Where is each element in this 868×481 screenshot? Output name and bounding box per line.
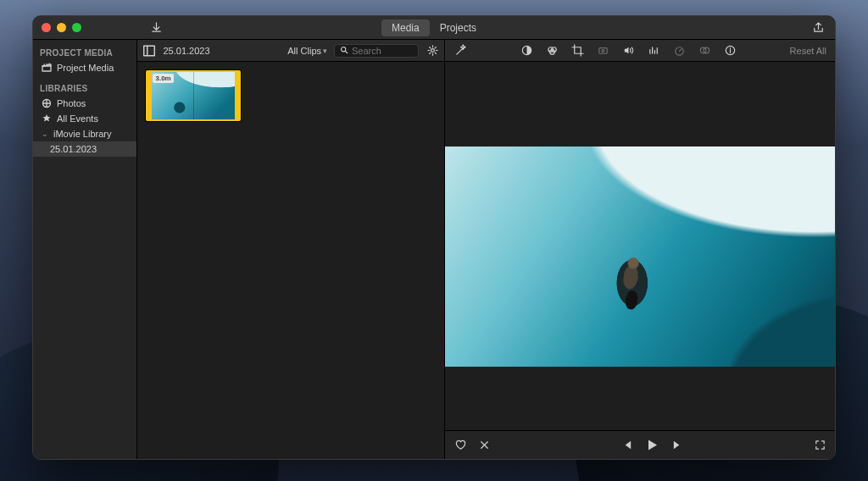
clip-in-handle[interactable]	[147, 72, 152, 119]
crop-icon[interactable]	[570, 44, 584, 58]
sidebar-heading-libraries: LIBRARIES	[33, 80, 136, 96]
video-clip[interactable]: 3.0m	[146, 70, 241, 121]
clip-filter-icon[interactable]	[698, 44, 711, 58]
import-icon[interactable]	[149, 21, 163, 35]
color-correction-icon[interactable]	[545, 44, 559, 58]
speed-icon[interactable]	[672, 44, 686, 58]
preview-frame[interactable]	[445, 147, 835, 367]
next-icon[interactable]	[670, 439, 684, 452]
svg-point-3	[342, 47, 346, 51]
sidebar-item-label: 25.01.2023	[50, 144, 97, 154]
sidebar-item-label: iMovie Library	[53, 129, 111, 139]
sidebar-item-label: Photos	[57, 98, 86, 108]
photos-icon	[42, 98, 52, 108]
sidebar-item-all-events[interactable]: All Events	[33, 111, 136, 126]
close-window-button[interactable]	[42, 23, 51, 32]
star-icon	[42, 113, 52, 124]
viewer-toolbar: Reset All	[445, 40, 835, 62]
clip-duration-badge: 3.0m	[153, 74, 173, 83]
sidebar-item-event[interactable]: 25.01.2023	[33, 141, 136, 157]
tab-projects[interactable]: Projects	[430, 19, 487, 36]
clip-filter-dropdown[interactable]: All Clips ▾	[287, 46, 327, 56]
sidebar-item-label: All Events	[57, 113, 98, 124]
sidebar-item-project-media[interactable]: Project Media	[33, 60, 136, 75]
top-tabs: Media Projects	[381, 19, 487, 36]
enhance-wand-icon[interactable]	[453, 44, 467, 58]
clapper-icon	[42, 63, 52, 73]
prev-icon[interactable]	[620, 439, 633, 452]
search-input[interactable]	[352, 46, 413, 56]
playback-controls	[620, 439, 684, 452]
browser-toolbar: 25.01.2023 All Clips ▾	[137, 40, 444, 62]
svg-rect-2	[144, 46, 155, 55]
svg-point-10	[602, 50, 604, 53]
svg-point-4	[431, 49, 434, 53]
reject-icon[interactable]	[477, 439, 491, 452]
tab-media[interactable]: Media	[381, 19, 430, 36]
search-icon	[340, 46, 348, 56]
titlebar: Media Projects	[33, 16, 835, 40]
clip-grid: 3.0m	[137, 62, 444, 459]
viewer-canvas	[445, 62, 835, 430]
media-browser: 25.01.2023 All Clips ▾	[137, 40, 445, 459]
updown-icon: ▾	[323, 47, 327, 55]
filter-label: All Clips	[287, 46, 321, 56]
favorite-icon[interactable]	[453, 439, 467, 452]
window-controls	[42, 23, 81, 32]
viewer-panel: Reset All	[445, 40, 835, 459]
chevron-down-icon: ⌄	[42, 130, 48, 138]
zoom-window-button[interactable]	[72, 23, 81, 32]
sidebar-heading-project-media: PROJECT MEDIA	[33, 45, 136, 60]
app-window: Media Projects PROJECT MEDIA Project Med…	[32, 15, 836, 460]
clip-out-handle[interactable]	[235, 72, 239, 119]
play-icon[interactable]	[645, 439, 659, 452]
noise-equalizer-icon[interactable]	[647, 44, 660, 58]
fullscreen-icon[interactable]	[813, 439, 826, 452]
sidebar-item-label: Project Media	[57, 63, 114, 73]
browser-title: 25.01.2023	[163, 46, 209, 56]
svg-rect-9	[599, 48, 607, 54]
sidebar-item-photos[interactable]: Photos	[33, 96, 136, 111]
volume-icon[interactable]	[621, 44, 635, 58]
clip-frame-divider	[193, 72, 194, 119]
sidebar: PROJECT MEDIA Project Media LIBRARIES Ph…	[33, 40, 137, 459]
transport-bar	[445, 430, 835, 459]
stabilization-icon[interactable]	[596, 44, 609, 58]
info-icon[interactable]	[723, 44, 737, 58]
sidebar-item-imovie-library[interactable]: ⌄ iMovie Library	[33, 126, 136, 141]
share-icon[interactable]	[811, 21, 825, 35]
reset-all-button[interactable]: Reset All	[790, 46, 826, 56]
color-balance-icon[interactable]	[520, 44, 533, 58]
list-toggle-icon[interactable]	[142, 44, 156, 58]
search-field[interactable]	[334, 44, 419, 58]
gear-icon[interactable]	[426, 44, 439, 58]
minimize-window-button[interactable]	[57, 23, 66, 32]
svg-rect-0	[42, 66, 51, 71]
